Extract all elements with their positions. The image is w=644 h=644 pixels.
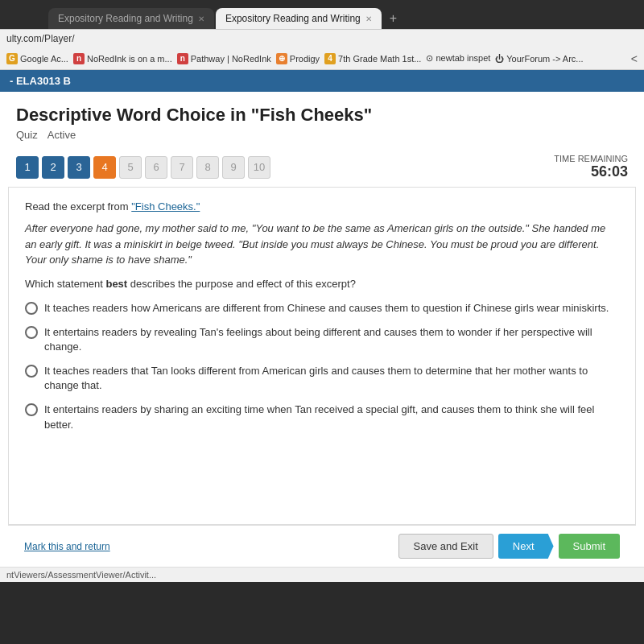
bookmark-google-icon: G (6, 53, 18, 64)
question-num-2[interactable]: 2 (42, 156, 64, 179)
question-num-4[interactable]: 4 (93, 156, 116, 179)
bookmark-noredink1-label: NoRedInk is on a m... (87, 54, 172, 64)
time-remaining-label: TIME REMAINING (554, 154, 628, 163)
tab-active-label: Expository Reading and Writing (225, 13, 361, 24)
question-text: Which statement best describes the purpo… (25, 278, 619, 290)
question-num-1[interactable]: 1 (16, 156, 39, 179)
bookmark-google-label: Google Ac... (20, 54, 68, 64)
time-remaining: TIME REMAINING 56:03 (554, 154, 628, 180)
choice-text-a: It teaches readers how Americans are dif… (44, 301, 609, 316)
bookmark-pathway-label: Pathway | NoRedInk (191, 54, 271, 64)
bookmark-pathway[interactable]: n Pathway | NoRedInk (177, 53, 271, 64)
time-value: 56:03 (554, 163, 628, 180)
question-num-8[interactable]: 8 (196, 156, 219, 179)
question-num-3[interactable]: 3 (68, 156, 90, 179)
tab-close-active-icon[interactable]: ✕ (365, 14, 372, 23)
submit-button[interactable]: Submit (559, 534, 620, 559)
address-text: ulty.com/Player/ (6, 33, 74, 44)
page-topbar: - ELA3013 B (0, 70, 644, 92)
radio-d[interactable] (25, 403, 38, 416)
address-bar: ulty.com/Player/ (0, 29, 644, 47)
save-exit-button[interactable]: Save and Exit (398, 534, 493, 559)
excerpt-link[interactable]: "Fish Cheeks." (131, 200, 200, 213)
bookmark-google[interactable]: G Google Ac... (6, 53, 68, 64)
bookmarks-bar: G Google Ac... n NoRedInk is on a m... n… (0, 47, 644, 70)
bookmark-prodigy-icon: ⊕ (276, 53, 287, 64)
question-nav: 1 2 3 4 5 6 7 8 9 10 TIME REMAINING 56:0… (0, 147, 644, 187)
next-button[interactable]: Next (498, 534, 554, 559)
tab-add-button[interactable]: + (383, 8, 403, 29)
page-header: Descriptive Word Choice in "Fish Cheeks"… (0, 92, 644, 147)
bookmark-newtab[interactable]: ⊙ newtab inspet (426, 53, 490, 64)
excerpt-body: After everyone had gone, my mother said … (25, 221, 619, 268)
bookmark-yourforum[interactable]: ⏻ YourForum -> Arc... (495, 54, 583, 64)
tab-active[interactable]: Expository Reading and Writing ✕ (216, 8, 382, 29)
choice-text-b: It entertains readers by revealing Tan's… (44, 325, 619, 354)
main-content: Descriptive Word Choice in "Fish Cheeks"… (0, 92, 644, 567)
bookmark-math-label: 7th Grade Math 1st... (338, 54, 421, 64)
button-group: Save and Exit Next Submit (398, 534, 620, 559)
radio-c[interactable] (25, 365, 38, 378)
answer-choice-a[interactable]: It teaches readers how Americans are dif… (25, 301, 619, 316)
bookmark-math-icon: 4 (324, 53, 336, 64)
bookmark-newtab-label: ⊙ newtab inspet (426, 53, 490, 64)
topbar-label: - ELA3013 B (10, 75, 71, 87)
radio-a[interactable] (25, 302, 38, 315)
excerpt-intro: Read the excerpt from "Fish Cheeks." (25, 200, 619, 213)
choice-text-d: It entertains readers by sharing an exci… (44, 402, 619, 431)
question-num-5[interactable]: 5 (119, 156, 142, 179)
bookmark-prodigy-label: Prodigy (290, 54, 320, 64)
question-bold: best (105, 278, 127, 290)
question-post: describes the purpose and effect of this… (127, 278, 356, 290)
bookmark-yourforum-label: ⏻ YourForum -> Arc... (495, 54, 583, 64)
bookmarks-more-button[interactable]: < (631, 52, 638, 65)
bookmark-prodigy[interactable]: ⊕ Prodigy (276, 53, 320, 64)
mark-return-link[interactable]: Mark this and return (24, 541, 110, 552)
tab-label: Expository Reading and Writing (58, 13, 193, 24)
question-num-6[interactable]: 6 (145, 156, 167, 179)
answer-choice-d[interactable]: It entertains readers by sharing an exci… (25, 402, 619, 431)
bookmark-math[interactable]: 4 7th Grade Math 1st... (324, 53, 421, 64)
bookmark-noredink1[interactable]: n NoRedInk is on a m... (73, 53, 172, 64)
bookmark-noredink1-icon: n (73, 53, 85, 64)
tab-inactive[interactable]: Expository Reading and Writing ✕ (48, 8, 214, 29)
quiz-status: Quiz Active (16, 129, 628, 141)
choice-text-c: It teaches readers that Tan looks differ… (44, 364, 619, 393)
active-label: Active (47, 129, 76, 141)
answer-choice-c[interactable]: It teaches readers that Tan looks differ… (25, 364, 619, 393)
status-bar: ntViewers/AssessmentViewer/Activit... (0, 567, 644, 582)
bottom-bar: Mark this and return Save and Exit Next … (8, 525, 636, 567)
radio-b[interactable] (25, 326, 38, 339)
quiz-label: Quiz (16, 129, 38, 141)
question-num-10[interactable]: 10 (248, 156, 270, 179)
tab-bar: Expository Reading and Writing ✕ Exposit… (0, 0, 644, 29)
excerpt-intro-text: Read the excerpt from (25, 200, 131, 213)
answer-choice-b[interactable]: It entertains readers by revealing Tan's… (25, 325, 619, 354)
page-title: Descriptive Word Choice in "Fish Cheeks" (16, 105, 628, 126)
status-text: ntViewers/AssessmentViewer/Activit... (6, 570, 156, 580)
bookmark-pathway-icon: n (177, 53, 188, 64)
question-num-7[interactable]: 7 (171, 156, 193, 179)
tab-close-icon[interactable]: ✕ (198, 14, 204, 23)
question-area: Read the excerpt from "Fish Cheeks." Aft… (8, 187, 636, 525)
question-pre: Which statement (25, 278, 105, 290)
question-num-9[interactable]: 9 (222, 156, 245, 179)
